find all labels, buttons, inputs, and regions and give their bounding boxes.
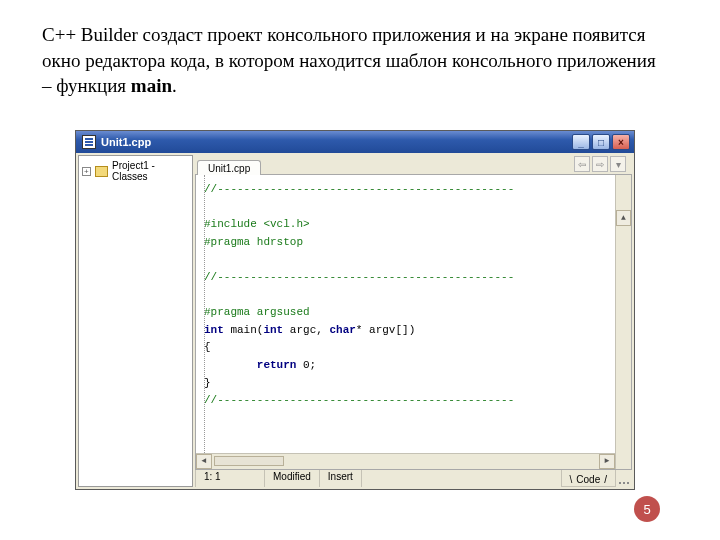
gutter-line [204, 175, 205, 469]
resize-grip-icon[interactable] [616, 468, 632, 487]
scroll-up-icon[interactable]: ▲ [616, 210, 631, 226]
status-insert-mode: Insert [319, 468, 362, 487]
scroll-left-icon[interactable]: ◄ [196, 454, 212, 469]
tree-root-label: Project1 - Classes [112, 160, 189, 182]
scroll-thumb[interactable] [214, 456, 284, 466]
tab-unit1[interactable]: Unit1.cpp [197, 160, 261, 175]
tree-expander-icon[interactable]: + [82, 167, 91, 176]
scroll-right-icon[interactable]: ► [599, 454, 615, 469]
editor-window: Unit1.cpp _ □ × + Project1 - Classes Uni… [75, 130, 635, 490]
maximize-button[interactable]: □ [592, 134, 610, 150]
caption-text: C++ Builder создаст проект консольного п… [42, 22, 662, 99]
code-editor[interactable]: //--------------------------------------… [195, 175, 632, 470]
window-title: Unit1.cpp [101, 136, 572, 148]
status-cursor-pos: 1: 1 [195, 468, 265, 487]
document-icon [82, 135, 96, 149]
minimize-button[interactable]: _ [572, 134, 590, 150]
view-code-tab[interactable]: \Code/ [561, 468, 616, 487]
nav-dropdown-button[interactable]: ▾ [610, 156, 626, 172]
project-tree[interactable]: + Project1 - Classes [78, 155, 193, 487]
status-modified: Modified [264, 468, 320, 487]
folder-icon [95, 166, 108, 177]
nav-forward-button[interactable]: ⇨ [592, 156, 608, 172]
nav-back-button[interactable]: ⇦ [574, 156, 590, 172]
title-bar[interactable]: Unit1.cpp _ □ × [76, 131, 634, 153]
editor-tab-bar: Unit1.cpp ⇦ ⇨ ▾ [195, 155, 632, 175]
page-number-badge: 5 [634, 496, 660, 522]
vertical-scrollbar[interactable]: ▲ ▼ [615, 175, 631, 469]
tree-root-row[interactable]: + Project1 - Classes [82, 160, 189, 182]
status-bar: 1: 1 Modified Insert \Code/ [195, 467, 632, 487]
horizontal-scrollbar[interactable]: ◄ ► [196, 453, 615, 469]
close-button[interactable]: × [612, 134, 630, 150]
